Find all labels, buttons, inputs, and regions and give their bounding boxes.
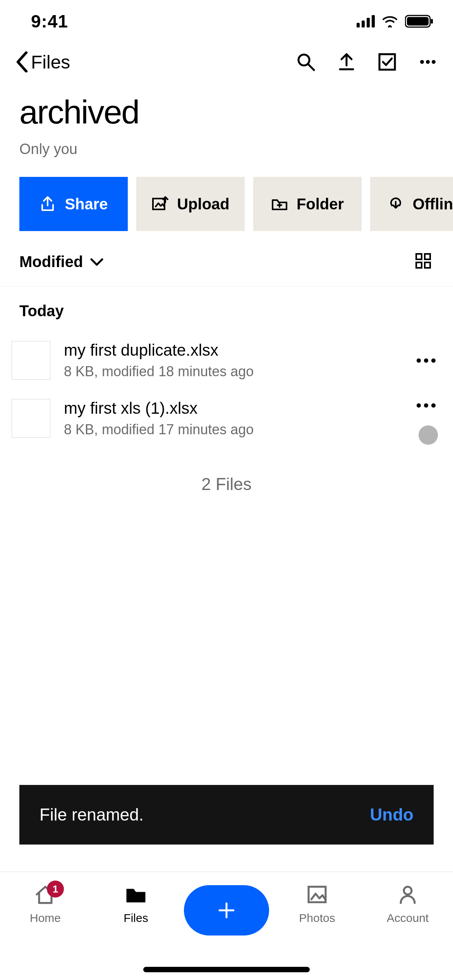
svg-point-6 — [420, 60, 424, 64]
home-indicator — [143, 967, 310, 972]
folder-chip-button[interactable]: Folder — [253, 177, 362, 231]
upload-chip-button[interactable]: Upload — [136, 177, 245, 231]
select-button[interactable] — [378, 52, 397, 72]
file-count-label: 2 Files — [0, 447, 453, 521]
tab-home-label: Home — [30, 911, 61, 925]
tab-bar: 1 Home Files Photos Account — [0, 872, 453, 980]
svg-rect-12 — [416, 262, 422, 268]
svg-rect-2 — [431, 19, 433, 24]
toast-message: File renamed. — [39, 805, 144, 824]
photos-icon — [305, 883, 329, 908]
svg-point-15 — [404, 887, 412, 894]
share-icon — [39, 195, 56, 212]
plus-icon — [215, 899, 238, 922]
more-horizontal-icon — [418, 52, 438, 72]
tab-files[interactable]: Files — [101, 883, 171, 925]
title-block: archived Only you — [0, 81, 453, 161]
svg-rect-13 — [425, 262, 430, 268]
file-name: my first xls (1).xlsx — [64, 399, 403, 418]
more-button[interactable] — [418, 52, 438, 72]
upload-chip-label: Upload — [177, 195, 230, 213]
status-bar: 9:41 — [0, 0, 453, 43]
file-thumbnail — [12, 341, 50, 380]
svg-rect-11 — [425, 254, 430, 259]
fab-button[interactable] — [184, 885, 269, 935]
file-thumbnail — [12, 399, 50, 438]
folder-access-label: Only you — [19, 141, 434, 158]
offline-icon — [387, 195, 404, 212]
file-row[interactable]: my first xls (1).xlsx 8 KB, modified 17 … — [0, 389, 453, 447]
image-upload-icon — [151, 195, 168, 212]
offline-chip-label: Offline — [413, 195, 453, 213]
cellular-icon — [357, 15, 375, 27]
account-icon — [396, 883, 419, 908]
svg-point-3 — [299, 55, 309, 65]
svg-line-4 — [309, 65, 314, 70]
tab-home[interactable]: 1 Home — [10, 883, 80, 925]
syncing-indicator-icon — [419, 425, 438, 445]
file-meta: 8 KB, modified 17 minutes ago — [64, 421, 403, 438]
tab-account-label: Account — [387, 911, 429, 925]
sort-button[interactable]: Modified — [19, 253, 104, 271]
tab-create[interactable] — [192, 883, 261, 935]
tab-files-label: Files — [124, 911, 148, 925]
file-meta: 8 KB, modified 18 minutes ago — [64, 363, 403, 380]
tab-photos[interactable]: Photos — [282, 883, 352, 925]
upload-button[interactable] — [337, 52, 356, 72]
svg-rect-10 — [416, 254, 422, 259]
tab-photos-label: Photos — [299, 911, 335, 925]
offline-chip-button[interactable]: Offline — [370, 177, 453, 231]
section-header-today: Today — [0, 287, 453, 331]
home-badge: 1 — [47, 881, 64, 898]
page-title: archived — [19, 93, 434, 131]
search-icon — [296, 52, 316, 72]
sort-label: Modified — [19, 253, 83, 271]
back-label: Files — [31, 51, 70, 73]
file-more-button[interactable] — [417, 403, 436, 408]
chevron-down-icon — [90, 257, 104, 266]
folder-icon — [124, 883, 148, 908]
share-button[interactable]: Share — [19, 177, 128, 231]
toast: File renamed. Undo — [19, 785, 434, 845]
undo-button[interactable]: Undo — [370, 805, 414, 824]
checkbox-icon — [378, 52, 397, 72]
grid-icon — [415, 252, 432, 269]
chevron-left-icon — [15, 51, 29, 72]
back-button[interactable]: Files — [15, 51, 70, 73]
file-more-button[interactable] — [417, 358, 436, 363]
search-button[interactable] — [296, 52, 316, 72]
tab-account[interactable]: Account — [373, 883, 443, 925]
nav-bar: Files — [0, 43, 453, 81]
svg-point-8 — [432, 60, 436, 64]
status-indicators — [357, 14, 434, 28]
wifi-icon — [382, 15, 398, 27]
svg-point-7 — [426, 60, 430, 64]
action-chips-row: Share Upload Folder Offline — [0, 161, 453, 231]
upload-icon — [337, 52, 356, 72]
svg-rect-1 — [407, 17, 429, 26]
file-row[interactable]: my first duplicate.xlsx 8 KB, modified 1… — [0, 331, 453, 389]
sort-row: Modified — [0, 231, 453, 287]
svg-rect-5 — [379, 54, 395, 70]
folder-chip-label: Folder — [297, 195, 344, 213]
file-name: my first duplicate.xlsx — [64, 341, 403, 360]
new-folder-icon — [271, 195, 288, 212]
battery-icon — [405, 14, 434, 28]
status-time: 9:41 — [31, 11, 68, 32]
view-grid-button[interactable] — [415, 252, 432, 271]
share-label: Share — [65, 195, 108, 213]
